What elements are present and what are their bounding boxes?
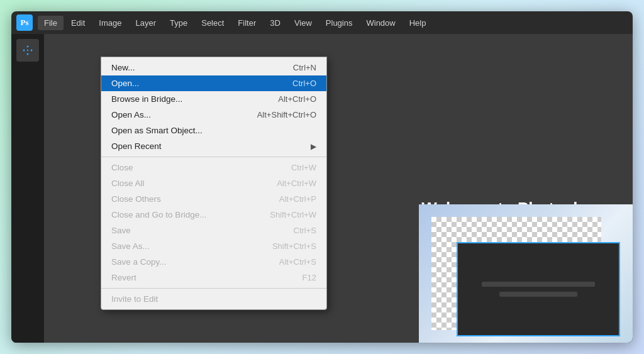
svg-rect-0 [27, 50, 28, 51]
menu-layer[interactable]: Layer [130, 16, 163, 30]
menu-group-open: New... Ctrl+N Open... Ctrl+O Browse in B… [101, 57, 326, 157]
menu-select[interactable]: Select [195, 16, 230, 30]
menu-view[interactable]: View [288, 16, 318, 30]
photoshop-window: Ps File Edit Image Layer Type Select Fil… [11, 11, 633, 343]
menu-window[interactable]: Window [360, 16, 401, 30]
menu-open-shortcut: Ctrl+O [292, 79, 316, 88]
menu-new[interactable]: New... Ctrl+N [101, 60, 326, 75]
menu-open-smart-object-label: Open as Smart Object... [111, 126, 203, 135]
menu-close-go-bridge-label: Close and Go to Bridge... [111, 210, 207, 219]
menu-3d[interactable]: 3D [264, 16, 287, 30]
menu-close-others-label: Close Others [111, 194, 161, 204]
menu-save-label: Save [111, 226, 131, 235]
menu-browse-bridge-label: Browse in Bridge... [111, 94, 182, 104]
menu-bar: Ps File Edit Image Layer Type Select Fil… [11, 11, 633, 34]
menu-close-all-shortcut: Alt+Ctrl+W [277, 179, 316, 188]
move-tool[interactable] [16, 39, 39, 62]
app-body: Welcome to Photoshop, [11, 34, 633, 343]
menu-save-as-shortcut: Shift+Ctrl+S [272, 241, 316, 251]
menu-revert-label: Revert [111, 273, 136, 282]
photoshop-icon: Ps [16, 14, 33, 31]
menu-close-label: Close [111, 163, 133, 172]
menu-type[interactable]: Type [164, 16, 194, 30]
menu-close-others[interactable]: Close Others Alt+Ctrl+P [101, 191, 326, 207]
menu-open-recent-label: Open Recent [111, 141, 162, 151]
menu-help[interactable]: Help [403, 16, 433, 30]
menu-group-save: Close Ctrl+W Close All Alt+Ctrl+W Close … [101, 157, 326, 288]
menu-close-go-bridge-shortcut: Shift+Ctrl+W [270, 210, 316, 219]
menu-save-copy-label: Save a Copy... [111, 257, 167, 267]
menu-open[interactable]: Open... Ctrl+O [101, 75, 326, 91]
menu-image[interactable]: Image [92, 16, 128, 30]
menu-open-label: Open... [111, 79, 139, 88]
menu-open-as-label: Open As... [111, 110, 151, 119]
menu-save-copy[interactable]: Save a Copy... Alt+Ctrl+S [101, 254, 326, 270]
menu-open-as-shortcut: Alt+Shift+Ctrl+O [257, 110, 316, 119]
menu-close-all-label: Close All [111, 179, 145, 188]
dropdown-overlay: New... Ctrl+N Open... Ctrl+O Browse in B… [44, 34, 633, 343]
file-menu-dropdown: New... Ctrl+N Open... Ctrl+O Browse in B… [101, 57, 327, 310]
menu-revert-shortcut: F12 [303, 273, 316, 282]
menu-save-copy-shortcut: Alt+Ctrl+S [279, 257, 316, 267]
menu-invite-edit[interactable]: Invite to Edit [101, 291, 326, 307]
menu-close-others-shortcut: Alt+Ctrl+P [279, 194, 316, 204]
main-content: Welcome to Photoshop, [44, 34, 633, 343]
menu-close[interactable]: Close Ctrl+W [101, 160, 326, 175]
menu-browse-bridge-shortcut: Alt+Ctrl+O [278, 94, 316, 104]
menu-browse-bridge[interactable]: Browse in Bridge... Alt+Ctrl+O [101, 91, 326, 107]
menu-plugins[interactable]: Plugins [319, 16, 359, 30]
menu-group-invite: Invite to Edit [101, 288, 326, 309]
left-sidebar [11, 34, 44, 343]
menu-revert[interactable]: Revert F12 [101, 270, 326, 285]
menu-open-recent[interactable]: Open Recent ▶ [101, 138, 326, 154]
menu-invite-edit-label: Invite to Edit [111, 294, 158, 304]
menu-file[interactable]: File [38, 16, 64, 30]
menu-close-shortcut: Ctrl+W [291, 163, 316, 172]
menu-open-smart-object[interactable]: Open as Smart Object... [101, 123, 326, 138]
menu-edit[interactable]: Edit [65, 16, 91, 30]
menu-open-as[interactable]: Open As... Alt+Shift+Ctrl+O [101, 107, 326, 123]
menu-new-label: New... [111, 63, 135, 72]
submenu-arrow-icon: ▶ [311, 142, 316, 151]
menu-save[interactable]: Save Ctrl+S [101, 223, 326, 238]
menu-close-go-bridge[interactable]: Close and Go to Bridge... Shift+Ctrl+W [101, 207, 326, 223]
menu-filter[interactable]: Filter [231, 16, 262, 30]
menu-new-shortcut: Ctrl+N [293, 63, 316, 72]
menu-save-shortcut: Ctrl+S [294, 226, 316, 235]
menu-save-as[interactable]: Save As... Shift+Ctrl+S [101, 238, 326, 254]
menu-save-as-label: Save As... [111, 241, 150, 251]
menu-close-all[interactable]: Close All Alt+Ctrl+W [101, 175, 326, 191]
